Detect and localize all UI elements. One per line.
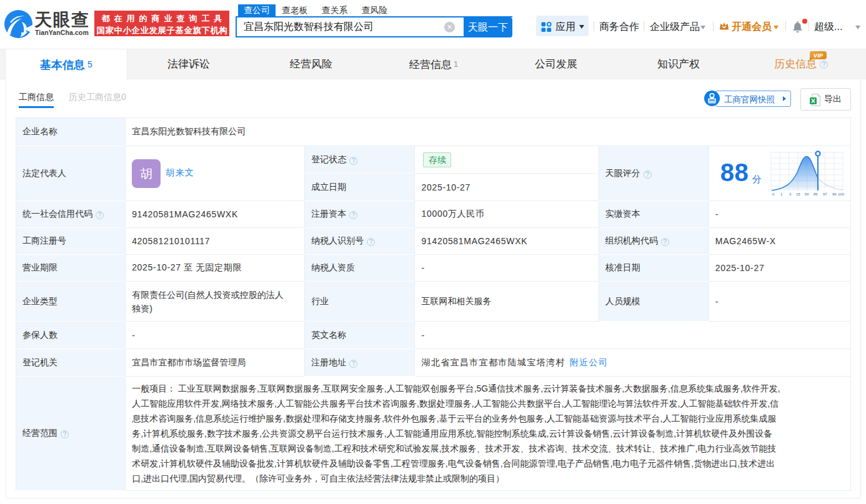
svg-text:97: 97	[823, 192, 827, 196]
svg-text:100: 100	[838, 192, 845, 196]
svg-text:85: 85	[814, 192, 818, 196]
svg-text:0: 0	[772, 192, 775, 196]
svg-text:50: 50	[805, 192, 809, 196]
svg-text:15: 15	[796, 192, 800, 196]
svg-text:3: 3	[789, 192, 792, 196]
svg-text:99: 99	[832, 192, 837, 196]
svg-text:1: 1	[780, 192, 783, 196]
